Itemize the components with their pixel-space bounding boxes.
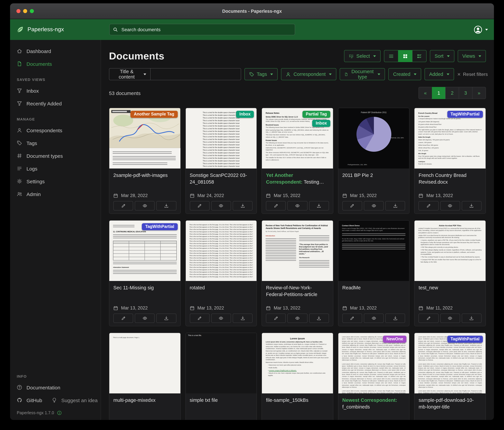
document-thumbnail[interactable]: Lorem ipsum dolor sit amet, consectetur … [338,333,409,393]
sidebar-item-tags[interactable]: Tags [10,137,101,149]
minimize-window-button[interactable] [23,9,27,13]
document-thumbnail[interactable]: Contact Sheet DemoGiven a set of image f… [338,221,409,281]
document-card[interactable]: This is a multi page document. Page 1. m… [109,333,180,420]
edit-document-button[interactable] [113,201,133,210]
view-document-button[interactable] [440,201,460,210]
download-document-button[interactable] [156,201,176,210]
document-card[interactable]: 11. CONTINUING MEDICAL EDUCATIONAttestat… [109,220,180,326]
zoom-window-button[interactable] [30,9,34,13]
view-document-button[interactable] [288,201,307,210]
user-menu[interactable] [474,25,488,34]
view-document-button[interactable] [288,314,307,323]
document-title[interactable]: Sec 11-Missing sig [113,284,176,291]
created-filter-button[interactable]: Created [388,68,421,80]
edit-document-button[interactable] [266,201,286,210]
pagination-page-1[interactable]: 1 [432,87,446,99]
reset-filters-button[interactable]: × Reset filters [457,71,488,77]
view-document-button[interactable] [135,314,155,323]
sidebar-item-correspondents[interactable]: Correspondents [10,124,101,137]
tag-another-sample-tag[interactable]: Another Sample Tag [130,111,178,118]
document-title[interactable]: multi-page-mixedxx [113,397,176,403]
document-thumbnail[interactable]: Lorem ipsumLorem ipsum dolor sit amet, c… [262,333,333,393]
document-card[interactable]: Release NotesSimba ODBC Driver for SQL S… [261,108,333,214]
document-title[interactable]: test_new [419,284,482,291]
edit-document-button[interactable] [190,201,209,210]
download-document-button[interactable] [385,201,405,210]
title-content-dropdown[interactable]: Title & content [109,68,151,80]
document-card[interactable]: This is a test for the double space char… [185,108,257,214]
document-title[interactable]: Review-of-New-York-Federal-Petitions-art… [266,284,329,298]
document-card[interactable]: Review of New York Federal Petitions for… [261,220,333,326]
document-thumbnail[interactable]: Release NotesSimba ODBC Driver for SQL S… [262,108,333,168]
document-thumbnail[interactable]: Adobe Acrobat PDF FilesAdobe® Portable D… [415,221,486,281]
document-card[interactable]: This is the text that appears on the fir… [185,220,257,326]
edit-document-button[interactable] [113,314,133,323]
sidebar-item-documents[interactable]: Documents [10,57,101,70]
download-document-button[interactable] [233,314,252,323]
view-document-button[interactable] [440,314,460,323]
tag-newone[interactable]: NewOne [383,336,407,343]
document-thumbnail[interactable]: This is a multi page document. Page 1. [109,333,180,393]
sidebar-item-documentation[interactable]: Documentation [10,381,101,394]
edit-document-button[interactable] [190,314,209,323]
close-window-button[interactable] [17,9,20,13]
document-card[interactable]: Adobe Acrobat PDF FilesAdobe® Portable D… [414,220,486,326]
sidebar-item-suggest-idea[interactable]: Suggest an idea [45,394,100,406]
document-card[interactable]: Lorem ipsumLorem ipsum dolor sit amet, c… [261,333,333,420]
grid-view-button[interactable] [398,50,413,62]
document-type-filter-button[interactable]: Document type [340,68,385,80]
views-button[interactable]: Views [458,50,486,62]
brand[interactable]: Paperless-ngx [16,26,101,34]
sidebar-item-settings[interactable]: Settings [10,175,101,188]
document-title[interactable]: Yet Another Correspondent: Testing Email [266,172,329,185]
tag-partial-tag[interactable]: Partial Tag [302,111,330,118]
download-document-button[interactable] [462,201,482,210]
tag-inbox[interactable]: Inbox [236,111,254,118]
document-thumbnail[interactable]: French Country BreadFor the Leaven:1 hea… [415,108,486,168]
document-thumbnail[interactable]: 11. CONTINUING MEDICAL EDUCATIONAttestat… [109,221,180,281]
pagination-page-3[interactable]: 3 [459,87,472,99]
document-card[interactable]: French Country BreadFor the Leaven:1 hea… [414,108,486,214]
tags-filter-button[interactable]: Tags [244,68,278,80]
view-document-button[interactable] [211,201,231,210]
document-thumbnail[interactable]: This is the text that appears on the fir… [186,221,257,281]
sort-button[interactable]: Sort [430,50,454,62]
download-document-button[interactable] [156,314,176,323]
sidebar-item-recently-added[interactable]: Recently Added [10,97,101,110]
pagination-prev[interactable]: « [418,87,432,99]
document-card[interactable]: Another Sample Tag 2sample-pdf-with-imag… [109,108,180,214]
view-document-button[interactable] [364,314,384,323]
download-document-button[interactable] [309,314,329,323]
sidebar-item-logs[interactable]: Logs [10,162,101,175]
document-title[interactable]: ReadMe [342,284,405,291]
document-thumbnail[interactable]: Patient BP Distribution 2011Normal, 232,… [338,108,409,168]
sidebar-item-admin[interactable]: Admin [10,188,101,200]
document-thumbnail[interactable]: Lorem ipsum dolor sit amet, consectetur … [415,333,486,393]
document-thumbnail[interactable]: This is a test for the double space char… [186,108,257,168]
document-title[interactable]: rotated [190,284,252,291]
edit-document-button[interactable] [419,201,438,210]
document-title[interactable]: simple txt file [190,397,252,403]
view-document-button[interactable] [211,314,231,323]
download-document-button[interactable] [233,201,252,210]
pagination-page-2[interactable]: 2 [445,87,459,99]
document-thumbnail[interactable]: Review of New York Federal Petitions for… [262,221,333,281]
edit-document-button[interactable] [342,201,362,210]
edit-document-button[interactable] [419,314,438,323]
select-button[interactable]: Select [344,50,381,62]
document-card[interactable]: Patient BP Distribution 2011Normal, 232,… [338,108,410,214]
document-card[interactable]: This is a test file. simple txt file [185,333,257,420]
document-title[interactable]: 2sample-pdf-with-images [113,172,176,178]
sidebar-item-github[interactable]: GitHub [10,394,45,406]
document-title[interactable]: Sonstige ScanPC2022 03-24_081058 [190,172,252,185]
document-card[interactable]: Lorem ipsum dolor sit amet, consectetur … [338,333,410,420]
pagination-next[interactable]: » [472,87,486,99]
view-document-button[interactable] [135,201,155,210]
info-icon[interactable] [57,411,62,415]
document-card[interactable]: Lorem ipsum dolor sit amet, consectetur … [414,333,486,420]
title-content-input[interactable] [151,68,241,80]
sidebar-item-dashboard[interactable]: Dashboard [10,45,101,57]
tag-tagwithpartial[interactable]: TagWithPartial [447,111,483,118]
tag-tagwithpartial[interactable]: TagWithPartial [447,336,483,343]
sidebar-item-inbox[interactable]: Inbox [10,84,101,97]
